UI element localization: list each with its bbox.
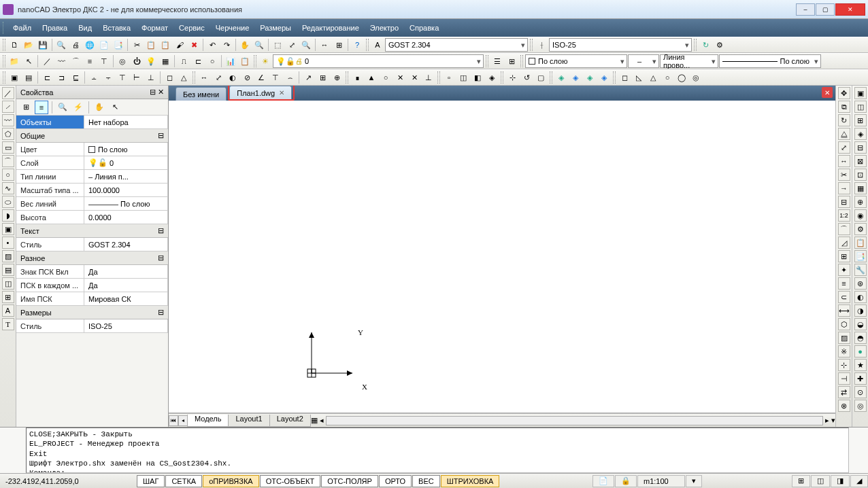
break-icon[interactable]: ⊟: [838, 196, 850, 208]
refresh-icon[interactable]: ↻: [699, 38, 712, 52]
distance-icon[interactable]: ↔: [318, 38, 331, 52]
prop-group-misc[interactable]: Разное⊟: [16, 251, 168, 265]
status-coord1-icon[interactable]: ⊞: [792, 475, 810, 487]
insert-block-icon[interactable]: ▤: [22, 71, 35, 84]
status-ortho-toggle[interactable]: ОРТО: [379, 475, 412, 487]
cone-icon[interactable]: △: [646, 71, 660, 84]
ext-tool9-icon[interactable]: ⊕: [854, 196, 867, 208]
iso-se-icon[interactable]: ◈: [569, 71, 582, 84]
mtext-icon[interactable]: A: [2, 304, 14, 317]
publish-icon[interactable]: 🌐: [83, 38, 97, 52]
properties-titlebar[interactable]: Свойства ⊟✕: [16, 86, 168, 99]
erase-icon[interactable]: ✖: [187, 38, 201, 52]
cut-icon[interactable]: ✂: [130, 38, 144, 52]
status-lock-icon[interactable]: 🔒: [615, 475, 637, 487]
status-lwt-toggle[interactable]: ВЕС: [412, 475, 440, 487]
snap-endpoint-icon[interactable]: ∎: [350, 71, 364, 84]
tolerance-icon[interactable]: ⊞: [316, 71, 329, 84]
menu-view[interactable]: Вид: [73, 22, 97, 34]
zoom-realtime-icon[interactable]: 🔍: [299, 38, 313, 52]
view-front-icon[interactable]: ◫: [456, 71, 470, 84]
status-paper-icon[interactable]: 📄: [592, 475, 614, 487]
conduit-icon[interactable]: ○: [205, 54, 219, 68]
view-side-icon[interactable]: ◧: [471, 71, 484, 84]
dist-horz-icon[interactable]: ⫟: [101, 71, 115, 84]
ext-tool21-icon[interactable]: ★: [854, 359, 867, 371]
extend-icon[interactable]: →: [838, 182, 850, 194]
pan-icon[interactable]: ✋: [238, 38, 252, 52]
ext-tool20-icon[interactable]: ●: [854, 345, 867, 358]
pedit-icon[interactable]: ⬡: [838, 318, 850, 330]
ucs-world-icon[interactable]: ⊹: [505, 71, 519, 84]
status-otrack-toggle[interactable]: ОТС-ОБЪЕКТ: [260, 475, 320, 487]
status-grid-toggle[interactable]: СЕТКА: [165, 475, 202, 487]
save-icon[interactable]: 💾: [36, 38, 50, 52]
snap-center-icon[interactable]: ○: [379, 71, 393, 84]
close-tab-icon[interactable]: ✕: [279, 89, 284, 97]
snap-intersection-icon[interactable]: ✕: [407, 71, 421, 84]
plot-icon[interactable]: 📄: [97, 38, 111, 52]
status-snap-toggle[interactable]: ШАГ: [137, 475, 165, 487]
array-icon[interactable]: ⊞: [838, 250, 850, 262]
socket-icon[interactable]: ◎: [116, 54, 129, 68]
dim-ord-icon[interactable]: ⊤: [269, 71, 282, 84]
prop-ucsname-value[interactable]: Мировая СК: [84, 292, 168, 305]
dim-linear-icon[interactable]: ↔: [197, 71, 211, 84]
dist-vert-icon[interactable]: ⫠: [87, 71, 101, 84]
status-resize-grip-icon[interactable]: ◢: [850, 475, 868, 487]
settings-icon[interactable]: ⚙: [713, 38, 727, 52]
wedge-icon[interactable]: ◺: [632, 71, 646, 84]
table-icon[interactable]: ⊞: [2, 291, 14, 303]
layout-tab-model[interactable]: Модель: [187, 415, 229, 427]
hatch-edit-icon[interactable]: ▨: [838, 332, 850, 344]
help-icon[interactable]: ?: [350, 38, 364, 52]
prop-ucseach-value[interactable]: Да: [84, 279, 168, 292]
menu-help[interactable]: Справка: [404, 22, 444, 34]
box-icon[interactable]: ◻: [618, 71, 631, 84]
text-icon[interactable]: T: [2, 318, 14, 330]
linetype-combo[interactable]: Линия прово...: [660, 54, 718, 68]
prop-pan-icon[interactable]: ✋: [93, 101, 106, 114]
undo-icon[interactable]: ↶: [205, 38, 219, 52]
ext-tool15-icon[interactable]: ⊛: [854, 277, 867, 290]
ext-tool2-icon[interactable]: ◫: [854, 101, 867, 113]
view-iso-icon[interactable]: ◈: [485, 71, 499, 84]
tab-nav-prev-icon[interactable]: ◂: [178, 415, 188, 426]
menu-dimensions[interactable]: Размеры: [254, 22, 297, 34]
dim-angular-icon[interactable]: ∠: [254, 71, 268, 84]
rotate-icon[interactable]: ↻: [838, 114, 850, 126]
snap-end-icon[interactable]: ◻: [163, 71, 176, 84]
minimize-button[interactable]: –: [796, 3, 815, 16]
print-preview-icon[interactable]: 🔍: [54, 38, 68, 52]
dimstyle-combo[interactable]: ISO-25: [549, 38, 692, 52]
ucs-prev-icon[interactable]: ↺: [520, 71, 533, 84]
prop-ltscale-value[interactable]: 100.0000: [84, 184, 168, 196]
command-input[interactable]: [26, 428, 849, 473]
copy-obj-icon[interactable]: ⧉: [838, 101, 850, 113]
snap-node-icon[interactable]: ✕: [393, 71, 407, 84]
panel-icon[interactable]: ▦: [158, 54, 172, 68]
prop-select-icon[interactable]: ↖: [108, 101, 122, 114]
close-button[interactable]: ✕: [835, 3, 865, 16]
prop-ucson-value[interactable]: Да: [84, 265, 168, 278]
torus-icon[interactable]: ◎: [689, 71, 703, 84]
cable-icon[interactable]: ⎍: [177, 54, 190, 68]
ext-tool8-icon[interactable]: ▦: [854, 182, 867, 194]
dim-aligned-icon[interactable]: ⤢: [212, 71, 225, 84]
spline-icon[interactable]: ∿: [2, 182, 14, 194]
h-scrollbar[interactable]: [326, 416, 823, 425]
prop-color-value[interactable]: По слою: [84, 143, 168, 156]
open-icon[interactable]: 📂: [22, 38, 35, 52]
ext-tool6-icon[interactable]: ⊠: [854, 155, 867, 167]
doc-tab-untitled[interactable]: Без имени: [176, 87, 227, 101]
ellipse-arc-icon[interactable]: ◗: [2, 209, 14, 222]
copy-icon[interactable]: 📋: [144, 38, 158, 52]
scroll-right-icon[interactable]: ▸: [825, 416, 829, 425]
fillet-icon[interactable]: ⌒: [838, 223, 850, 235]
linetype-short-combo[interactable]: –: [628, 54, 659, 68]
print-icon[interactable]: 🖨: [69, 38, 82, 52]
ext-tool7-icon[interactable]: ⊡: [854, 169, 867, 181]
trim-icon[interactable]: ✂: [838, 169, 850, 181]
paste-icon[interactable]: 📋: [158, 38, 172, 52]
lengthen-icon[interactable]: ⟷: [838, 304, 850, 317]
